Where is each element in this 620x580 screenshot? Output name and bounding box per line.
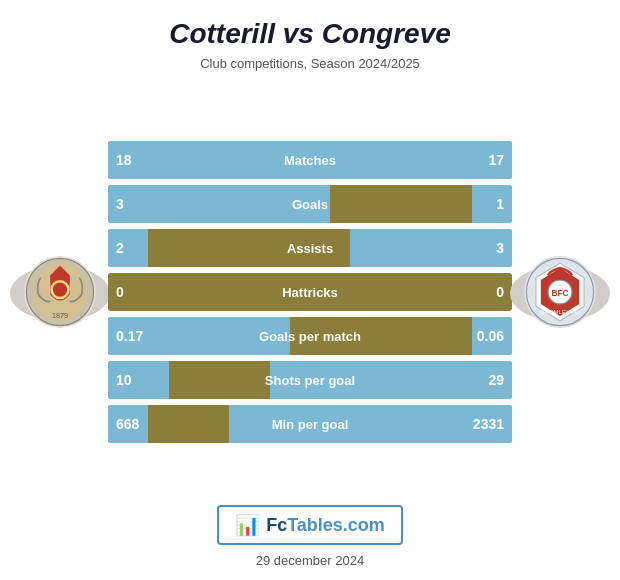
stat-right-val-4: 0.06 (477, 328, 504, 344)
stats-container: 18Matches173Goals12Assists30Hattricks00.… (108, 141, 512, 443)
stat-label-0: Matches (284, 153, 336, 168)
logo-section: 📊 FcTables.com (217, 505, 403, 545)
fctables-logo: 📊 FcTables.com (217, 505, 403, 545)
stat-right-val-1: 1 (496, 196, 504, 212)
comparison-area: 1879 18Matches173Goals12Assists30Hattric… (20, 89, 600, 495)
stat-left-val-0: 18 (116, 152, 132, 168)
congreve-badge-svg: BFC BROMLEY FC (524, 256, 596, 328)
stat-row-3: 0Hattricks0 (108, 273, 512, 311)
stat-left-val-2: 2 (116, 240, 124, 256)
stat-left-val-3: 0 (116, 284, 124, 300)
stat-right-val-2: 3 (496, 240, 504, 256)
stat-right-val-6: 2331 (473, 416, 504, 432)
stat-label-6: Min per goal (272, 417, 349, 432)
stat-label-5: Shots per goal (265, 373, 355, 388)
stat-right-val-5: 29 (488, 372, 504, 388)
stat-label-3: Hattricks (282, 285, 338, 300)
left-team-badge: 1879 (20, 256, 100, 328)
stat-label-4: Goals per match (259, 329, 361, 344)
stat-left-val-5: 10 (116, 372, 132, 388)
stat-row-4: 0.17Goals per match0.06 (108, 317, 512, 355)
logo-text: FcTables.com (266, 515, 385, 536)
stat-row-2: 2Assists3 (108, 229, 512, 267)
right-badge-circle: BFC BROMLEY FC (524, 256, 596, 328)
footer-date: 29 december 2024 (256, 553, 364, 568)
page-wrapper: Cotterill vs Congreve Club competitions,… (0, 0, 620, 580)
right-team-badge: BFC BROMLEY FC (520, 256, 600, 328)
stat-left-val-1: 3 (116, 196, 124, 212)
stat-row-5: 10Shots per goal29 (108, 361, 512, 399)
stat-left-val-4: 0.17 (116, 328, 143, 344)
svg-text:BROMLEY FC: BROMLEY FC (541, 309, 581, 315)
logo-icon: 📊 (235, 513, 260, 537)
stat-row-6: 668Min per goal2331 (108, 405, 512, 443)
svg-text:1879: 1879 (52, 311, 68, 320)
page-subtitle: Club competitions, Season 2024/2025 (200, 56, 420, 71)
stat-left-val-6: 668 (116, 416, 139, 432)
cotterill-badge-svg: 1879 (24, 256, 96, 328)
page-title: Cotterill vs Congreve (169, 18, 451, 50)
stat-right-val-0: 17 (488, 152, 504, 168)
stat-label-2: Assists (287, 241, 333, 256)
stat-right-val-3: 0 (496, 284, 504, 300)
left-badge-circle: 1879 (24, 256, 96, 328)
stat-label-1: Goals (292, 197, 328, 212)
stat-row-0: 18Matches17 (108, 141, 512, 179)
svg-text:BFC: BFC (551, 288, 568, 298)
stat-row-1: 3Goals1 (108, 185, 512, 223)
